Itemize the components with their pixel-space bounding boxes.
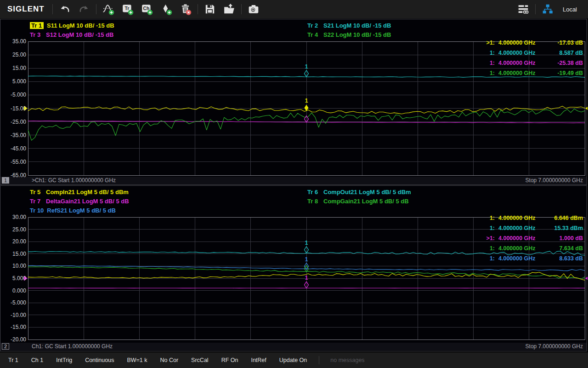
toolbar-right: Local — [514, 1, 584, 17]
y-axis-tick: -15.00 — [1, 324, 26, 330]
brand-logo: SIGLENT — [7, 5, 45, 14]
marker-readout: 1:4.000000 GHz8.587 dB — [481, 50, 583, 56]
trace-id[interactable]: Tr 6 — [307, 189, 320, 196]
y-axis-tick: -5.000 — [1, 300, 26, 306]
marker-number-label: 1 — [305, 63, 308, 70]
status-item-bw-1-k[interactable]: BW=1 k — [127, 357, 147, 363]
add-trace-button[interactable]: Tr — [118, 1, 137, 17]
y-axis-tick: -65.00 — [1, 172, 26, 178]
y-axis-tick: 5.000 — [1, 79, 26, 85]
trace-label-tr8[interactable]: Tr 8CompGain21 LogM 5 dB/ 5 dB — [307, 196, 409, 206]
window-1[interactable]: 11 1 >Ch1: GC Start 1.000000000 GHz Stop… — [0, 19, 587, 185]
y-axis-tick: -35.00 — [1, 132, 26, 138]
trace-id[interactable]: Tr 2 — [307, 22, 320, 29]
trace-label-tr7[interactable]: Tr 7DeltaGain21 LogM 5 dB/ 5 dB — [30, 196, 129, 206]
undo-icon — [59, 3, 71, 15]
marker-number-label: 1 — [305, 240, 308, 246]
y-axis-tick: 10.00 — [1, 263, 26, 269]
marker-readout: >1:4.000000 GHz1.000 dB — [481, 235, 583, 242]
add-measurement-button[interactable] — [99, 1, 118, 17]
trace-params: S12 LogM 10 dB/ -15 dB — [46, 31, 113, 38]
y-axis-tick: 20.00 — [1, 239, 26, 245]
vna-screen: SIGLENT TrCh Local 11 1 >Ch1: GC Start 1… — [0, 0, 588, 368]
status-item-tr-1[interactable]: Tr 1 — [8, 357, 18, 363]
y-axis-tick: 35.00 — [1, 39, 26, 45]
marker-number-label: 1 — [305, 98, 308, 104]
y-axis-tick: 15.00 — [1, 251, 26, 257]
open-file-button[interactable] — [220, 1, 239, 17]
trace-id[interactable]: Tr 10 — [30, 207, 44, 214]
trace-label-tr10[interactable]: Tr 10RefS21 LogM 5 dB/ 5 dB — [30, 206, 116, 215]
window-number-badge[interactable]: 2 — [2, 343, 9, 350]
y-axis-tick: -20.00 — [1, 337, 26, 343]
sweep-start-label: >Ch1: GC Start 1.000000000 GHz — [32, 177, 116, 184]
trace-label-tr4[interactable]: Tr 4S22 LogM 10 dB/ -15 dB — [307, 30, 391, 39]
network-button[interactable] — [538, 1, 557, 17]
add-channel-button[interactable]: Ch — [137, 1, 157, 17]
toolbar-separator — [52, 4, 53, 14]
trace-id[interactable]: Tr 1 — [30, 22, 44, 29]
trace-params: CompOut21 LogM 5 dB/ 5 dBm — [323, 189, 411, 196]
ref-level-marker-right — [585, 276, 588, 281]
marker-readout: 1:4.000000 GHz-25.38 dB — [481, 60, 583, 66]
trace-id[interactable]: Tr 4 — [307, 31, 320, 38]
trace-label-tr5[interactable]: Tr 5CompIn21 LogM 5 dB/ 5 dBm — [30, 187, 129, 196]
trace-params: S22 LogM 10 dB/ -15 dB — [323, 31, 391, 38]
trace-id[interactable]: Tr 7 — [30, 198, 43, 205]
y-axis-tick: -5.000 — [1, 92, 26, 98]
status-item-inttrig[interactable]: IntTrig — [56, 357, 72, 363]
screenshot-button[interactable] — [244, 1, 263, 17]
undo-button[interactable] — [55, 1, 74, 17]
status-item-ch-1[interactable]: Ch 1 — [31, 357, 43, 363]
status-item-no-cor[interactable]: No Cor — [160, 357, 179, 363]
toolbar-separator — [198, 4, 198, 14]
marker-readout: 1:4.000000 GHz8.633 dB — [481, 255, 583, 262]
add-measurement-icon — [102, 3, 114, 15]
status-item-update-on[interactable]: Update On — [279, 357, 307, 363]
svg-text:Tr: Tr — [124, 6, 129, 11]
trace-params: CompIn21 LogM 5 dB/ 5 dBm — [46, 189, 129, 196]
trace-label-tr1[interactable]: Tr 1S11 LogM 10 dB/ -15 dB — [30, 21, 114, 30]
y-axis-tick: -45.00 — [1, 146, 26, 152]
add-channel-icon: Ch — [141, 3, 153, 15]
y-axis-tick: -55.00 — [1, 159, 26, 165]
delete-icon — [180, 3, 192, 15]
trace-params: S11 LogM 10 dB/ -15 dB — [47, 22, 114, 29]
y-axis-tick: 25.00 — [1, 227, 26, 233]
trace-label-tr6[interactable]: Tr 6CompOut21 LogM 5 dB/ 5 dBm — [307, 187, 411, 196]
marker-readout: 1:4.000000 GHz-19.49 dB — [481, 70, 583, 76]
toolbar-separator — [241, 4, 242, 14]
trace-id[interactable]: Tr 3 — [30, 31, 43, 38]
trace-id[interactable]: Tr 8 — [307, 198, 320, 205]
y-axis-tick: 15.00 — [1, 65, 26, 71]
trace-label-tr3[interactable]: Tr 3S12 LogM 10 dB/ -15 dB — [30, 30, 113, 39]
y-axis-tick: -10.00 — [1, 312, 26, 318]
display-setup-button[interactable] — [514, 1, 533, 17]
status-item-rf-on[interactable]: RF On — [221, 357, 238, 363]
sweep-start-label: Ch1: GC Start 1.000000000 GHz — [32, 343, 113, 350]
status-item-intref[interactable]: IntRef — [251, 357, 266, 363]
window-1-footer: 1 >Ch1: GC Start 1.000000000 GHz Stop 7.… — [0, 177, 587, 184]
toolbar-buttons: TrCh — [55, 1, 263, 17]
status-item-continuous[interactable]: Continuous — [85, 357, 114, 363]
delete-button[interactable] — [176, 1, 195, 17]
y-axis-tick: 30.00 — [1, 214, 26, 220]
add-trace-icon: Tr — [122, 3, 134, 15]
trace-label-tr2[interactable]: Tr 2S21 LogM 10 dB/ -15 dB — [307, 21, 391, 30]
display-setup-icon — [517, 3, 529, 15]
trace-id[interactable]: Tr 5 — [30, 189, 43, 196]
control-mode-label: Local — [563, 6, 577, 13]
redo-button — [74, 1, 94, 17]
sweep-stop-label: Stop 7.000000000 GHz — [526, 343, 583, 350]
marker-number-label: 1 — [305, 275, 308, 281]
window-2-footer: 2 Ch1: GC Start 1.000000000 GHz Stop 7.0… — [0, 343, 587, 351]
trace-params: CompGain21 LogM 5 dB/ 5 dB — [323, 198, 409, 205]
status-item-srccal[interactable]: SrcCal — [191, 357, 209, 363]
window-2[interactable]: 111 2 Ch1: GC Start 1.000000000 GHz Stop… — [0, 185, 587, 351]
redo-icon — [78, 3, 90, 15]
save-file-button[interactable] — [200, 1, 220, 17]
network-icon — [542, 3, 554, 15]
add-marker-button[interactable] — [157, 1, 176, 17]
trace-params: DeltaGain21 LogM 5 dB/ 5 dB — [46, 198, 129, 205]
sweep-stop-label: Stop 7.000000000 GHz — [526, 177, 583, 184]
